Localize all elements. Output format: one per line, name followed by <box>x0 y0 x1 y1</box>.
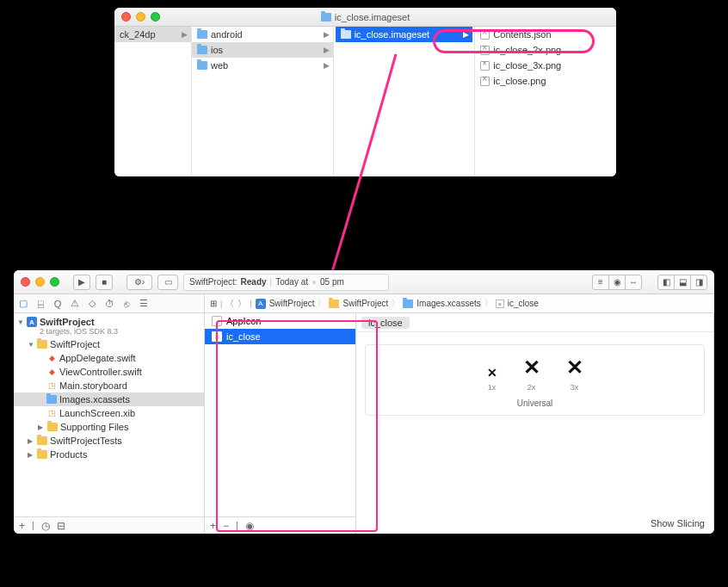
jump-bar[interactable]: ⊞ | 〈 〉 | A SwiftProject〉 SwiftProject〉 … <box>205 294 714 313</box>
symbol-navigator-icon[interactable]: ⌸ <box>34 299 46 309</box>
finder-item[interactable]: ic_close_2x.png <box>475 42 616 58</box>
version-editor-button[interactable]: ↔ <box>625 275 642 290</box>
finder-col-2[interactable]: ic_close.imageset▶ <box>334 27 476 176</box>
close-traffic-light[interactable] <box>21 277 30 287</box>
asset-canvas: ic_close ✕1x ✕2x ✕3x Universal Show Slic… <box>356 313 713 534</box>
canvas-header: ic_close <box>356 313 713 332</box>
panel-toggle-segmented[interactable]: ◧ ⬓ ◨ <box>657 275 707 290</box>
image-slot-2x[interactable]: ✕2x <box>523 355 540 392</box>
editor-mode-segmented[interactable]: ≡ ◉ ↔ <box>592 275 642 290</box>
zoom-traffic-light[interactable] <box>151 12 160 22</box>
crumb[interactable]: SwiftProject <box>269 299 315 308</box>
remove-asset-button[interactable]: − <box>223 520 229 532</box>
finder-item[interactable]: web▶ <box>192 58 333 73</box>
minimize-traffic-light[interactable] <box>35 277 45 287</box>
test-navigator-icon[interactable]: ◇ <box>86 298 98 309</box>
chevron-right-icon: ▶ <box>324 46 330 54</box>
finder-item[interactable]: ic_close.png <box>475 73 616 89</box>
tree-file-selected[interactable]: Images.xcassets <box>14 392 204 406</box>
forward-button[interactable]: 〉 <box>238 298 246 310</box>
finder-title-text: ic_close.imageset <box>335 12 410 22</box>
chevron-right-icon: ▶ <box>463 30 469 39</box>
item-label: ck_24dp <box>120 29 156 40</box>
zoom-traffic-light[interactable] <box>50 277 59 287</box>
tree-file[interactable]: ◆AppDelegate.swift <box>14 351 204 365</box>
issue-navigator-icon[interactable]: ⚠ <box>69 298 81 309</box>
finder-col-1[interactable]: android▶ ios▶ web▶ <box>192 27 334 176</box>
finder-col-3[interactable]: Contents.json ic_close_2x.png ic_close_3… <box>475 27 616 176</box>
image-slot-3x[interactable]: ✕3x <box>566 355 583 392</box>
image-set-well[interactable]: ✕1x ✕2x ✕3x Universal <box>365 344 705 416</box>
xcode-toolbar: ▶ ■ ⚙︎› ▭ SwiftProject: Ready | Today at… <box>14 270 714 294</box>
project-navigator[interactable]: ▼ASwiftProject 2 targets, iOS SDK 8.3 ▼S… <box>14 313 205 534</box>
finder-item[interactable]: Contents.json <box>475 27 616 42</box>
label: ViewController.swift <box>59 367 142 377</box>
asset-item[interactable]: AppIcon <box>205 313 355 329</box>
tree-group[interactable]: ▶SwiftProjectTests <box>14 434 204 448</box>
assistant-editor-button[interactable]: ◉ <box>608 275 626 290</box>
toggle-debug-button[interactable]: ⬓ <box>674 275 691 290</box>
tree-file[interactable]: ◆ViewController.swift <box>14 365 204 379</box>
folder-icon <box>321 13 331 22</box>
image-slot-1x[interactable]: ✕1x <box>487 366 497 392</box>
status-state: Ready <box>241 277 267 287</box>
label: AppDelegate.swift <box>59 353 136 363</box>
project-navigator-icon[interactable]: ▢ <box>17 298 29 309</box>
find-navigator-icon[interactable]: Q <box>52 299 64 309</box>
folder-icon <box>197 61 207 70</box>
toggle-inspector-button[interactable]: ◨ <box>690 275 707 290</box>
item-label: ic_close.imageset <box>355 29 429 40</box>
label: LaunchScreen.xib <box>59 408 135 418</box>
report-navigator-icon[interactable]: ☰ <box>138 298 150 309</box>
assets-icon <box>46 395 57 404</box>
finder-col-0[interactable]: ck_24dp ▶ <box>114 27 192 176</box>
asset-item-selected[interactable]: ×ic_close <box>205 329 355 344</box>
tree-group[interactable]: ▼SwiftProject <box>14 337 204 351</box>
standard-editor-button[interactable]: ≡ <box>592 275 609 290</box>
finder-item[interactable]: android▶ <box>192 27 333 42</box>
status-project: SwiftProject: <box>189 277 238 287</box>
close-icon: ✕ <box>523 355 540 380</box>
tree-file[interactable]: ◳LaunchScreen.xib <box>14 406 204 420</box>
show-slicing-button[interactable]: Show Slicing <box>651 518 705 528</box>
add-button[interactable]: + <box>19 520 25 532</box>
related-items-icon[interactable]: ⊞ <box>210 299 217 308</box>
folder-icon <box>37 450 47 459</box>
filter-icon[interactable]: ◉ <box>245 520 254 532</box>
toggle-navigator-button[interactable]: ◧ <box>657 275 675 290</box>
scheme-selector[interactable]: ⚙︎› <box>126 275 152 290</box>
finder-item[interactable]: ios▶ <box>192 42 333 58</box>
slot-label: 1x <box>488 383 497 392</box>
finder-item[interactable]: ic_close_3x.png <box>475 58 616 73</box>
tree-group[interactable]: ▶Products <box>14 448 204 461</box>
close-traffic-light[interactable] <box>121 12 131 22</box>
tree-file[interactable]: ◳Main.storyboard <box>14 379 204 392</box>
crumb[interactable]: ic_close <box>508 299 539 308</box>
tree-group[interactable]: ▶Supporting Files <box>14 420 204 434</box>
crumb[interactable]: Images.xcassets <box>416 299 480 308</box>
navigator-selector[interactable]: ▢ ⌸ Q ⚠ ◇ ⏱ ⎋ ☰ <box>14 294 205 313</box>
filter-recent-icon[interactable]: ◷ <box>41 520 50 532</box>
finder-item-selected[interactable]: ic_close.imageset▶ <box>336 27 473 42</box>
breakpoint-navigator-icon[interactable]: ⎋ <box>120 299 133 309</box>
asset-catalog-list[interactable]: AppIcon ×ic_close + − | ◉ <box>205 313 356 534</box>
destination-selector[interactable]: ▭ <box>157 275 178 290</box>
chevron-right-icon: ▶ <box>324 61 330 70</box>
crumb[interactable]: SwiftProject <box>342 299 388 308</box>
run-button[interactable]: ▶ <box>73 275 90 290</box>
file-icon <box>480 77 490 86</box>
navigator-tree[interactable]: ▼ASwiftProject 2 targets, iOS SDK 8.3 ▼S… <box>14 313 204 516</box>
finder-titlebar[interactable]: ic_close.imageset <box>114 8 616 27</box>
finder-window: ic_close.imageset ck_24dp ▶ android▶ ios… <box>114 8 616 176</box>
minimize-traffic-light[interactable] <box>136 12 145 22</box>
finder-columns: ck_24dp ▶ android▶ ios▶ web▶ ic_close.im… <box>114 27 616 176</box>
close-icon: ✕ <box>487 366 497 380</box>
add-asset-button[interactable]: + <box>210 520 216 532</box>
back-button[interactable]: 〈 <box>225 298 234 310</box>
finder-item[interactable]: ck_24dp ▶ <box>114 27 191 42</box>
stop-button[interactable]: ■ <box>96 275 113 290</box>
debug-navigator-icon[interactable]: ⏱ <box>103 299 115 309</box>
imageset-name-pill[interactable]: ic_close <box>361 317 410 329</box>
xcode-window: ▶ ■ ⚙︎› ▭ SwiftProject: Ready | Today at… <box>14 270 714 534</box>
filter-scm-icon[interactable]: ⊟ <box>57 520 65 532</box>
